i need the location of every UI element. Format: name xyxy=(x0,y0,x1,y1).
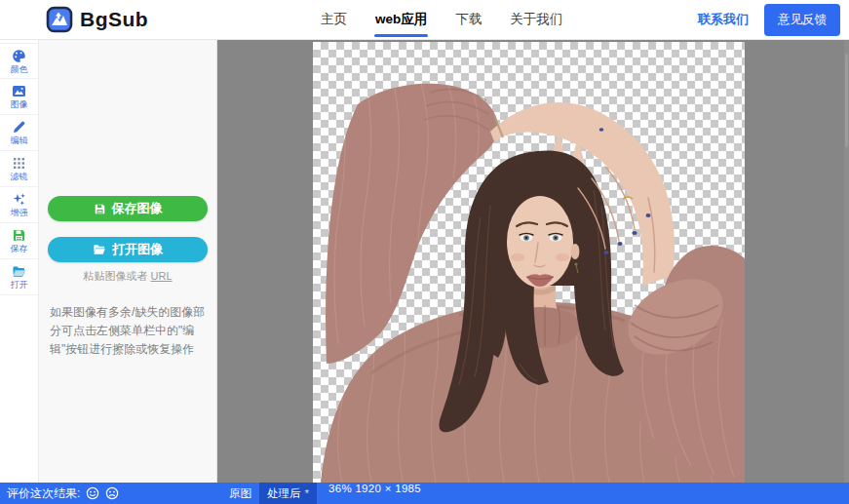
save-image-label: 保存图像 xyxy=(112,200,163,217)
tool-save[interactable]: 保存 xyxy=(0,223,38,259)
edit-instructions: 如果图像有多余/缺失的图像部分可点击左侧菜单栏中的"编辑"按钮进行擦除或恢复操作 xyxy=(48,303,208,359)
image-icon xyxy=(12,84,26,98)
tool-enhance[interactable]: 增强 xyxy=(0,187,38,223)
tool-edit-label: 编辑 xyxy=(11,136,28,145)
tab-processed-label: 处理后 xyxy=(267,486,301,501)
editor-canvas[interactable] xyxy=(217,40,849,483)
tool-open-label: 打开 xyxy=(11,281,28,290)
smiley-face-icon xyxy=(86,486,99,500)
nav-home[interactable]: 主页 xyxy=(320,7,348,32)
canvas-scrollbar[interactable] xyxy=(844,40,849,483)
open-icon xyxy=(93,243,106,256)
open-folder-icon xyxy=(12,264,26,279)
zoom-and-dimensions: 36% 1920 × 1985 xyxy=(328,483,421,504)
tool-color-label: 颜色 xyxy=(11,65,28,74)
open-image-button[interactable]: 打开图像 xyxy=(48,237,208,262)
action-panel: 保存图像 打开图像 粘贴图像或者 URL 如果图像有多余/缺失的图像部分可点击左… xyxy=(39,40,217,483)
paste-hint: 粘贴图像或者 URL xyxy=(48,269,208,284)
rate-bad-button[interactable] xyxy=(105,486,119,500)
statusbar: 评价这次结果: 原图 处理后 * 36% 1920 × 1985 xyxy=(0,483,849,504)
tool-filter-label: 滤镜 xyxy=(11,173,28,181)
tool-image-label: 图像 xyxy=(11,100,28,109)
sparkles-icon xyxy=(12,192,26,207)
view-tabs: 原图 处理后 * 36% 1920 × 1985 xyxy=(221,483,421,504)
feedback-button[interactable]: 意见反馈 xyxy=(764,4,840,36)
tool-open[interactable]: 打开 xyxy=(0,259,38,295)
main-nav: 主页 web应用 下载 关于我们 xyxy=(320,0,563,39)
tool-filter[interactable]: 滤镜 xyxy=(0,151,38,187)
open-image-label: 打开图像 xyxy=(112,241,163,258)
palette-icon xyxy=(12,49,26,63)
tool-enhance-label: 增强 xyxy=(11,209,28,217)
canvas-scrollbar-thumb[interactable] xyxy=(845,54,848,147)
tab-processed[interactable]: 处理后 * xyxy=(259,483,317,504)
unsaved-marker: * xyxy=(305,487,309,499)
save-floppy-icon xyxy=(12,228,26,243)
filter-grid-icon xyxy=(12,156,26,171)
nav-web-app[interactable]: web应用 xyxy=(374,7,428,32)
frowny-face-icon xyxy=(105,486,119,500)
header: BgSub 主页 web应用 下载 关于我们 联系我们 意见反馈 xyxy=(0,0,849,40)
app-logo[interactable]: BgSub xyxy=(46,6,148,33)
pencil-icon xyxy=(12,120,26,135)
contact-us-link[interactable]: 联系我们 xyxy=(698,11,749,28)
save-image-button[interactable]: 保存图像 xyxy=(48,196,208,221)
tool-color[interactable]: 颜色 xyxy=(0,43,38,79)
tool-save-label: 保存 xyxy=(11,245,28,253)
paste-hint-text: 粘贴图像或者 xyxy=(83,270,150,282)
paste-url-link[interactable]: URL xyxy=(151,270,173,282)
tab-original-label: 原图 xyxy=(229,486,251,501)
tab-original[interactable]: 原图 xyxy=(221,483,259,504)
tool-rail: 颜色 图像 编辑 滤镜 xyxy=(0,40,39,483)
processed-portrait-image xyxy=(313,42,745,483)
rate-result-group: 评价这次结果: xyxy=(7,485,119,502)
header-actions: 联系我们 意见反馈 xyxy=(698,0,840,39)
transparency-checkerboard xyxy=(313,42,745,483)
nav-download[interactable]: 下载 xyxy=(454,7,482,32)
tool-edit[interactable]: 编辑 xyxy=(0,115,38,151)
bgsub-logo-icon xyxy=(46,6,73,33)
rate-good-button[interactable] xyxy=(86,486,99,500)
app-title: BgSub xyxy=(80,8,148,31)
nav-about[interactable]: 关于我们 xyxy=(509,7,563,32)
rate-result-label: 评价这次结果: xyxy=(7,485,80,502)
tool-image[interactable]: 图像 xyxy=(0,79,38,115)
save-icon xyxy=(94,203,106,215)
